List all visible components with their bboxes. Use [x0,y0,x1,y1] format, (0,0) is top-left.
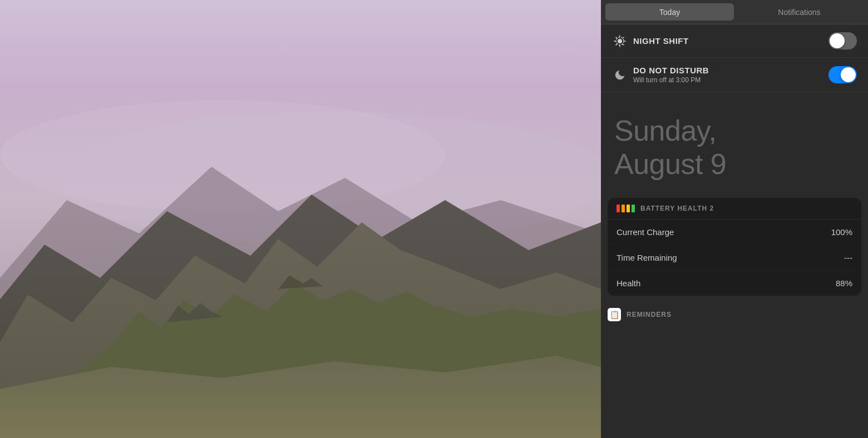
svg-point-3 [618,39,622,43]
night-shift-title: NIGHT SHIFT [633,36,828,46]
battery-widget-header: BATTERY HEALTH 2 [608,198,861,220]
sun-icon [613,34,627,48]
date-section: Sunday, August 9 [601,92,868,198]
battery-widget-title: BATTERY HEALTH 2 [640,205,714,212]
battery-row-charge: Current Charge 100% [608,220,861,245]
notification-center-panel: Today Notifications [601,0,868,438]
reminders-icon: 📋 [608,308,621,321]
date-display: Sunday, August 9 [614,115,855,181]
battery-row-health: Health 88% [608,271,861,296]
battery-bar-yellow [627,205,630,212]
dnd-toggle[interactable] [828,66,857,83]
battery-health-value: 88% [836,278,852,288]
battery-bar-red [617,205,620,212]
night-shift-toggle-knob [830,33,845,48]
tab-bar: Today Notifications [601,0,868,24]
battery-bar-orange [622,205,625,212]
battery-charge-value: 100% [831,227,852,237]
battery-time-label: Time Remaining [617,253,677,262]
tab-today[interactable]: Today [605,3,734,21]
reminders-title: REMINDERS [627,311,672,318]
night-shift-info: NIGHT SHIFT [633,36,828,46]
moon-icon [614,69,626,81]
tab-notifications[interactable]: Notifications [735,3,864,21]
dnd-toggle-knob [841,67,856,82]
night-shift-row: NIGHT SHIFT [601,24,868,58]
reminders-section: 📋 REMINDERS [601,302,868,327]
reminders-icon-emoji: 📋 [610,310,619,319]
dnd-info: DO NOT DISTURB Will turn off at 3:00 PM [633,66,828,84]
dnd-title: DO NOT DISTURB [633,66,828,75]
dnd-icon-container [612,67,628,83]
svg-line-11 [623,37,624,37]
battery-icon-group [617,205,635,212]
date-line2: August 9 [614,148,855,181]
svg-line-9 [616,37,617,37]
battery-bar-green [632,205,635,212]
dnd-subtitle: Will turn off at 3:00 PM [633,76,828,84]
battery-health-label: Health [617,278,640,288]
battery-charge-label: Current Charge [617,227,674,237]
svg-line-10 [623,44,624,44]
svg-line-12 [616,44,617,44]
battery-health-widget: BATTERY HEALTH 2 Current Charge 100% Tim… [608,198,861,296]
night-shift-toggle[interactable] [828,32,857,49]
night-shift-icon-container [612,33,628,49]
date-line1: Sunday, [614,115,855,148]
do-not-disturb-row: DO NOT DISTURB Will turn off at 3:00 PM [601,58,868,92]
desktop-wallpaper [0,0,601,438]
panel-content[interactable]: NIGHT SHIFT DO NOT DISTURB Will turn off… [601,24,868,438]
battery-row-time: Time Remaining --- [608,245,861,271]
battery-time-value: --- [844,253,852,262]
